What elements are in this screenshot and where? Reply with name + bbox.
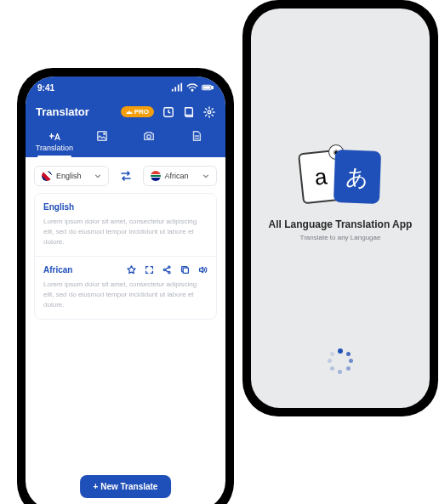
source-text[interactable]: Lorem ipsum dolor sit amet, consectetur … [43, 217, 208, 247]
expand-icon[interactable] [145, 265, 154, 275]
tab-translation[interactable]: Translation [32, 125, 77, 157]
flag-za-icon [151, 171, 161, 181]
app-header: Translator PRO [26, 99, 225, 125]
target-text: Lorem ipsum dolor sit amet, consectetur … [43, 280, 208, 310]
svg-rect-11 [183, 268, 188, 273]
svg-rect-1 [212, 87, 213, 89]
book-icon[interactable] [183, 106, 195, 118]
divider [35, 256, 216, 257]
logo-tile-b: あ [334, 150, 381, 204]
svg-point-4 [208, 110, 211, 114]
phone-splash: a ◉ あ All Language Translation App Trans… [242, 0, 438, 416]
translation-card: English Lorem ipsum dolor sit amet, cons… [34, 193, 217, 320]
swap-languages-button[interactable] [116, 166, 136, 186]
status-bar: 9:41 [26, 76, 225, 99]
wifi-icon [186, 82, 198, 93]
star-icon[interactable] [127, 265, 136, 275]
result-toolbar [127, 265, 208, 275]
status-time: 9:41 [37, 83, 54, 93]
phone-translator: 9:41 Translator PRO Translation [17, 68, 234, 504]
main-content: English African English Lorem ipsum dolo… [26, 157, 225, 320]
battery-icon [202, 82, 214, 93]
crown-icon [126, 109, 133, 116]
chevron-down-icon [94, 173, 101, 179]
app-title: Translator [36, 105, 89, 118]
pro-badge[interactable]: PRO [121, 106, 154, 117]
speaker-icon[interactable] [198, 265, 208, 275]
loading-spinner [328, 348, 353, 374]
signal-icon [171, 82, 183, 93]
svg-rect-2 [203, 86, 210, 89]
screen-translator: 9:41 Translator PRO Translation [26, 76, 225, 504]
app-logo: a ◉ あ [300, 150, 380, 203]
tab-document[interactable] [174, 125, 219, 157]
history-icon[interactable] [162, 106, 174, 118]
tab-image[interactable] [80, 125, 124, 157]
source-language-select[interactable]: English [34, 166, 109, 186]
splash-subtitle: Translate to any Langugae [300, 234, 381, 241]
share-icon[interactable] [162, 265, 172, 275]
new-translate-button[interactable]: + New Translate [80, 475, 172, 498]
svg-point-7 [147, 135, 151, 139]
flag-uk-icon [42, 171, 52, 181]
chevron-down-icon [202, 173, 209, 179]
header-actions: PRO [121, 106, 215, 118]
source-lang-label: English [43, 202, 74, 212]
status-icons [171, 82, 214, 93]
copy-icon[interactable] [180, 265, 190, 275]
svg-point-6 [103, 133, 105, 135]
target-language-select[interactable]: African [143, 166, 218, 186]
language-selector-row: English African [34, 166, 217, 186]
tab-bar: Translation [26, 125, 225, 157]
screen-splash: a ◉ あ All Language Translation App Trans… [251, 8, 430, 408]
gear-icon[interactable] [203, 106, 215, 118]
tab-camera[interactable] [128, 125, 172, 157]
target-lang-label: African [43, 265, 72, 275]
splash-title: All Language Translation App [269, 218, 413, 230]
